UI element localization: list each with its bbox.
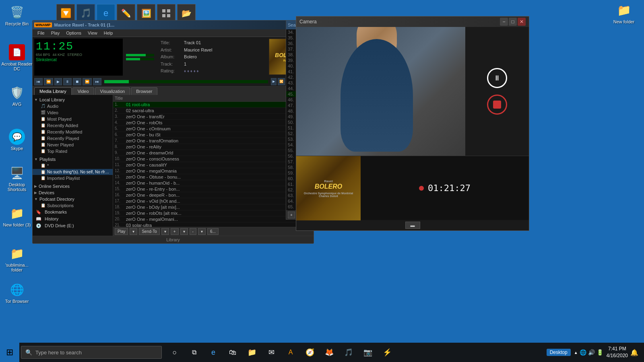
recycle-bin-icon[interactable]: 🗑️ Recycle Bin [1,4,33,26]
camera-maximize-btn[interactable]: □ [509,18,517,26]
tab-visualization[interactable]: Visualization [95,87,130,95]
misc-btn[interactable]: 6... [207,228,219,235]
stop-btn[interactable]: ⏹ [73,78,81,85]
taskbar-search-box[interactable]: 🔍 Type here to search [21,346,162,359]
tor-browser-icon[interactable]: 🌐 Tor Browser [1,282,33,304]
rewind-btn[interactable]: ⏪ [44,78,53,85]
playlist-item[interactable]: 15.zerO One - re-Entry - bon...6:30 [113,186,314,192]
playlist-item[interactable]: 5.zerO One - cOntinuum6:15 [113,126,314,132]
menu-play[interactable]: Play [48,30,63,36]
camera-pause-btn[interactable]: ⏸ [487,68,507,88]
wpl-add-btn[interactable]: + [288,212,295,218]
camera-close-btn[interactable]: ✕ [518,18,526,26]
sendto-dropdown-btn[interactable]: ▾ [161,228,169,235]
avg-icon[interactable]: 🛡️ AVG [1,84,33,107]
notification-center-btn[interactable]: 🔔 [628,343,641,362]
online-services-header[interactable]: ▶ Online Services [33,183,113,189]
play-toolbar-btn[interactable]: Play [115,228,128,235]
local-library-header[interactable]: ▼ Local Library [33,97,113,103]
playlist-item[interactable]: 1.01 root-ultra9:59 [113,102,314,108]
ml-top-rated[interactable]: 📋 Top Rated [33,148,113,154]
fast-forward-btn[interactable]: ⏩ [83,78,92,85]
tab-media-library[interactable]: Media Library [34,87,72,95]
playlist-item[interactable]: 7.zerO One - transfOrmation5:24 [113,138,314,144]
podcast-header[interactable]: ▼ Podcast Directory [33,196,113,202]
taskbar-cortana-btn[interactable]: ○ [165,343,184,362]
add-dropdown-btn[interactable]: ▾ [180,228,188,235]
system-clock[interactable]: 7:41 PM 4/16/2020 [607,346,628,359]
playlist-item[interactable]: 3.zerO One - transfEr6:32 [113,114,314,120]
new-folder-3-icon[interactable]: 📁 New folder (3) [1,205,33,227]
playlist-item[interactable]: 14.zerO One - humanOid - b...5:44 [113,180,314,186]
taskbar-extra-btn[interactable]: ⚡ [378,343,397,362]
playlist-item[interactable]: 17.zerO One - vOid [hOt and...6:07 [113,198,314,204]
taskbar-edge-btn[interactable]: e [204,343,223,362]
ml-never-played[interactable]: 📋 Never Played [33,142,113,148]
taskbar-explorer-btn[interactable]: 📁 [242,343,262,362]
playlist-list[interactable]: 1.01 root-ultra9:592.02 sacral-ultra10:0… [113,102,314,227]
desktop-button[interactable]: Desktop [547,349,571,356]
playlist-item[interactable]: 9.zerO One - dreamwOrld8:02 [113,150,314,156]
ml-imported-playlist[interactable]: 📋 Imported Playlist [33,175,113,181]
taskbar-firefox-btn[interactable]: 🦊 [320,343,339,362]
ml-recently-added[interactable]: 📋 Recently Added [33,122,113,129]
ml-audio[interactable]: 🎵 Audio [33,103,113,109]
playlist-item[interactable]: 19.zerO One - robOts [alt mix...6:15 [113,210,314,216]
taskbar-mail-btn[interactable]: ✉ [262,343,281,362]
ml-playlist-star[interactable]: 📋 * [33,162,113,169]
taskbar-vlc-btn[interactable]: 🎵 [339,343,358,362]
playlist-item[interactable]: 20.zerO One - megalOmani...6:35 [113,216,314,222]
playlist-item[interactable]: 2.02 sacral-ultra10:00 [113,108,314,114]
taskbar-tripadvisor-btn[interactable]: 🧭 [300,343,320,362]
next-btn[interactable]: ⏭ [93,78,101,85]
playlists-header[interactable]: ▼ Playlists [33,156,113,162]
playlist-item[interactable]: 11.zerO One - causalitY6:16 [113,162,314,168]
ml-recently-modified[interactable]: 📋 Recently Modified [33,129,113,135]
ml-recently-played[interactable]: 📋 Recently Played [33,135,113,142]
tab-browser[interactable]: Browser [131,87,157,95]
taskbar-task-view-btn[interactable]: ⧉ [184,343,204,362]
play-btn[interactable]: ▶ [54,78,62,85]
taskbar-camera-btn[interactable]: 📷 [358,343,378,362]
playlist-item[interactable]: 13.zerO One - Obtuse - bonu...5:33 [113,174,314,180]
taskbar-amazon-btn[interactable]: A [281,343,300,362]
playlist-item[interactable]: 4.zerO One - robOts5:12 [113,120,314,126]
play-dropdown-btn[interactable]: ▾ [130,228,137,235]
menu-file[interactable]: File [34,30,48,36]
tray-expand-btn[interactable]: ▲ [574,350,578,355]
taskbar-store-btn[interactable]: 🛍 [223,343,242,362]
playlist-item[interactable]: 12.zerO One - megalOmania7:25 [113,168,314,174]
tab-video[interactable]: Video [72,87,94,95]
playlist-item[interactable]: 6.zerO One - bu iSt5:34 [113,132,314,138]
playlist-item[interactable]: 16.zerO One - deepeR - bon...6:52 [113,192,314,198]
playlist-item[interactable]: 21.03 solar-ultra9:58 [113,222,314,227]
volume-slider[interactable] [126,54,154,56]
bookmarks-header[interactable]: 🔖 Bookmarks [33,209,113,216]
ml-most-played[interactable]: 📋 Most Played [33,116,113,122]
ml-video[interactable]: 🎬 Video [33,109,113,116]
ml-subscriptions[interactable]: 📋 Subscriptions [33,202,113,209]
camera-minimize-btn[interactable]: − [500,18,508,26]
acrobat-icon[interactable]: 📄 Acrobat Reader DC [1,44,33,71]
sendto-btn[interactable]: Send-To [139,228,159,235]
subliminal-folder-icon[interactable]: 📁 'sublimina... folder [1,245,33,272]
prev-btn[interactable]: ⏮ [34,78,43,85]
menu-options[interactable]: Options [63,30,85,36]
skype-icon[interactable]: 💬 Skype [1,129,33,151]
start-button[interactable]: ⊞ [0,343,19,362]
pause-btn[interactable]: ⏸ [63,78,72,85]
balance-slider[interactable] [126,58,154,60]
open-btn[interactable]: ▶ [271,78,277,85]
ml-playlist-noself[interactable]: 📋 No such thing*(s). No self, No rfreewi… [33,169,113,175]
playlist-item[interactable]: 18.zerO One - bOdy [alt mix]...7:19 [113,204,314,210]
desktop-shortcuts-icon[interactable]: 🖥️ Desktop Shortcuts [1,165,33,192]
shuffle-btn[interactable]: 🔀 [278,78,285,85]
tray-battery-icon[interactable]: 🔋 [597,349,603,356]
playlist-item[interactable]: 8.zerO One - reAlity6:15 [113,144,314,150]
camera-bottom-btn[interactable]: ▬ [405,222,420,229]
tray-volume-icon[interactable]: 🔊 [588,349,595,356]
progress-bar[interactable] [104,80,268,83]
track-rating[interactable]: ♦ ♦ ♦ ♦ ♦ [184,69,199,73]
remove-dropdown-btn[interactable]: ▾ [198,228,206,235]
menu-help[interactable]: Help [101,30,116,36]
